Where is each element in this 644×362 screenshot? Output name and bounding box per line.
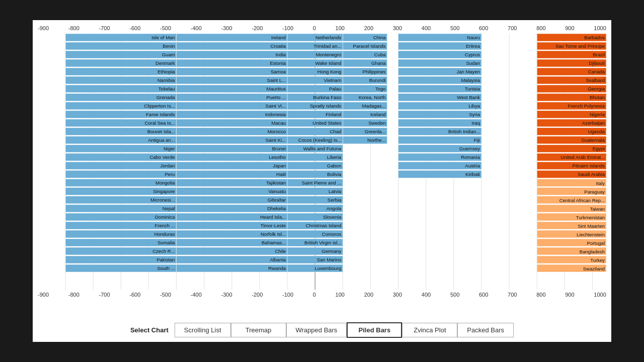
svg-text:Brunei: Brunei xyxy=(272,146,286,151)
svg-text:Isle of Man: Isle of Man xyxy=(151,35,175,40)
svg-text:Libya: Libya xyxy=(468,103,480,109)
svg-rect-108 xyxy=(177,170,287,178)
svg-text:Netherlands: Netherlands xyxy=(315,35,341,40)
svg-text:Spratly Islands: Spratly Islands xyxy=(310,103,342,109)
svg-text:United States: United States xyxy=(312,120,341,126)
svg-text:Syria: Syria xyxy=(469,112,480,117)
svg-text:Djibouti: Djibouti xyxy=(589,60,605,66)
svg-text:Togo: Togo xyxy=(375,86,386,92)
svg-text:Clipperton Is...: Clipperton Is... xyxy=(144,103,175,109)
svg-text:Saudi Arabia: Saudi Arabia xyxy=(578,171,605,177)
select-chart-label: Select Chart xyxy=(130,326,169,334)
scrolling-list-button[interactable]: Scrolling List xyxy=(175,323,231,337)
svg-text:Latvia: Latvia xyxy=(329,189,342,194)
svg-text:Uganda: Uganda xyxy=(588,129,605,134)
svg-rect-96 xyxy=(177,119,287,127)
svg-text:San Marino: San Marino xyxy=(317,257,342,262)
svg-text:Honduras: Honduras xyxy=(154,231,175,237)
svg-text:Singapore: Singapore xyxy=(153,189,175,194)
svg-text:Angola: Angola xyxy=(327,206,342,211)
svg-text:Azerbaijan: Azerbaijan xyxy=(582,120,605,126)
svg-text:Namibia: Namibia xyxy=(157,77,176,83)
svg-rect-238 xyxy=(398,136,481,144)
svg-text:Cabo Verde: Cabo Verde xyxy=(149,154,175,160)
svg-text:Finland: Finland xyxy=(326,112,341,117)
svg-text:Wallis and Futuna: Wallis and Futuna xyxy=(303,146,342,151)
bottom-controls: Select Chart Scrolling List Treemap Wrap… xyxy=(33,322,611,338)
svg-text:Greenla...: Greenla... xyxy=(365,129,386,134)
treemap-button[interactable]: Treemap xyxy=(231,323,286,337)
svg-text:Morocco: Morocco xyxy=(268,129,286,134)
svg-text:Jan Mayen: Jan Mayen xyxy=(456,69,479,74)
svg-text:Ghana: Ghana xyxy=(371,60,386,66)
zvinca-plot-button[interactable]: Zvinca Plot xyxy=(402,323,457,337)
svg-text:Guernsey: Guernsey xyxy=(459,146,480,151)
svg-text:Portugal: Portugal xyxy=(587,240,605,246)
svg-text:Japan: Japan xyxy=(273,163,286,168)
svg-text:Chad: Chad xyxy=(330,129,342,134)
svg-text:United Arab Emirat...: United Arab Emirat... xyxy=(560,154,605,160)
svg-text:Canada: Canada xyxy=(588,69,605,74)
svg-text:Guatemala: Guatemala xyxy=(582,137,605,143)
svg-text:Puerto ...: Puerto ... xyxy=(267,95,286,100)
svg-text:Dominica: Dominica xyxy=(155,214,175,220)
svg-text:Dhekelia: Dhekelia xyxy=(267,206,286,211)
svg-text:Svalbard: Svalbard xyxy=(586,77,605,83)
axis-top: -900 -800 -700 -600 -500 -400 -300 -200 … xyxy=(38,25,606,33)
svg-text:Iraq: Iraq xyxy=(472,120,480,126)
svg-rect-106 xyxy=(177,162,287,169)
svg-text:Christmas Island: Christmas Island xyxy=(306,223,342,228)
svg-rect-234 xyxy=(398,119,481,127)
svg-rect-126 xyxy=(177,247,287,255)
svg-text:Egypt: Egypt xyxy=(593,146,605,151)
svg-text:Palau: Palau xyxy=(329,86,341,92)
piled-bars-button[interactable]: Piled Bars xyxy=(347,322,402,338)
svg-text:Benin: Benin xyxy=(163,43,175,49)
svg-text:Macau: Macau xyxy=(272,120,286,126)
svg-text:Coral Sea Is...: Coral Sea Is... xyxy=(144,120,175,126)
svg-rect-22 xyxy=(65,42,176,50)
svg-text:Vietnam: Vietnam xyxy=(324,77,342,83)
svg-rect-52 xyxy=(65,170,176,178)
svg-text:Faroe Islands: Faroe Islands xyxy=(146,112,175,117)
svg-text:Mongolia: Mongolia xyxy=(155,180,175,186)
svg-text:South ...: South ... xyxy=(157,265,175,271)
svg-text:Nauru: Nauru xyxy=(467,35,480,40)
svg-text:Bolivia: Bolivia xyxy=(327,171,342,177)
chart-container: -900 -800 -700 -600 -500 -400 -300 -200 … xyxy=(33,20,611,342)
svg-rect-46 xyxy=(65,145,176,152)
svg-text:Tokelau: Tokelau xyxy=(158,86,175,92)
svg-text:Burundi: Burundi xyxy=(369,77,386,83)
svg-text:Luxembourg: Luxembourg xyxy=(315,265,342,271)
svg-text:Saint L...: Saint L... xyxy=(267,77,286,83)
wrapped-bars-button[interactable]: Wrapped Bars xyxy=(286,323,347,337)
svg-text:Estonia: Estonia xyxy=(270,60,286,66)
svg-text:British Virgin Isl...: British Virgin Isl... xyxy=(304,240,341,245)
svg-text:Brazil: Brazil xyxy=(593,52,605,57)
svg-text:Comoros: Comoros xyxy=(322,231,342,237)
svg-text:Mauritius: Mauritius xyxy=(267,86,286,92)
svg-text:Iceland: Iceland xyxy=(370,112,386,117)
svg-text:Grenada: Grenada xyxy=(156,95,176,100)
svg-text:Sao Tome and Principe: Sao Tome and Principe xyxy=(555,43,605,49)
svg-text:French ...: French ... xyxy=(154,223,175,228)
svg-text:Sudan: Sudan xyxy=(466,60,479,66)
svg-text:Turkey: Turkey xyxy=(590,257,605,263)
svg-text:British Indian...: British Indian... xyxy=(448,129,480,134)
svg-text:Montenegro: Montenegro xyxy=(316,52,342,57)
svg-text:Korea, North: Korea, North xyxy=(359,95,386,100)
svg-text:Jordan: Jordan xyxy=(160,163,175,168)
svg-text:Ireland: Ireland xyxy=(271,35,286,40)
svg-text:Northe...: Northe... xyxy=(367,137,385,143)
svg-text:Bangladesh: Bangladesh xyxy=(580,249,605,254)
svg-text:Peru: Peru xyxy=(165,171,175,177)
svg-text:Samoa: Samoa xyxy=(271,69,286,74)
svg-text:Central African Rep...: Central African Rep... xyxy=(559,198,605,203)
svg-text:Nigeria: Nigeria xyxy=(590,112,605,117)
svg-text:Rwanda: Rwanda xyxy=(268,265,286,271)
svg-text:Bouvet Isla...: Bouvet Isla... xyxy=(147,129,175,134)
svg-text:Hong Kong: Hong Kong xyxy=(317,69,342,74)
packed-bars-button[interactable]: Packed Bars xyxy=(457,323,514,337)
svg-text:Sint Maarten: Sint Maarten xyxy=(578,223,605,229)
svg-text:Burkina Faso: Burkina Faso xyxy=(313,95,341,100)
